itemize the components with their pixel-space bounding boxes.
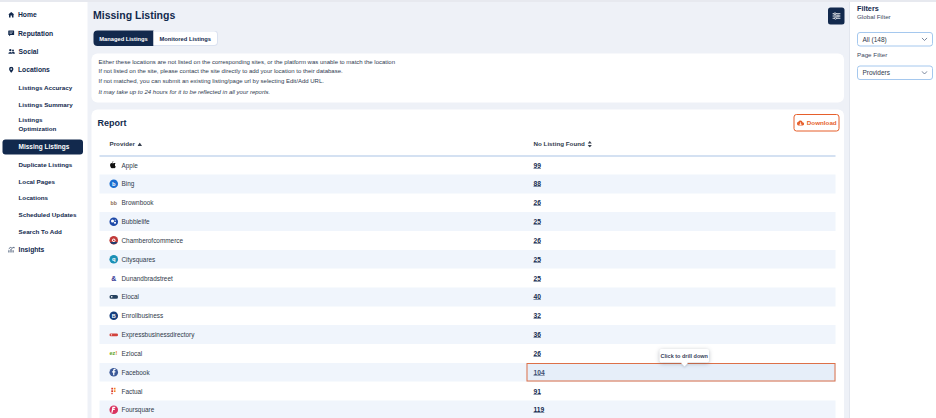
svg-text:bb: bb (111, 200, 117, 206)
svg-text:&: & (111, 275, 116, 282)
svg-text:b: b (112, 181, 116, 187)
svg-text:B: B (112, 313, 116, 319)
svg-text:!: ! (116, 351, 118, 357)
svg-text:q: q (112, 256, 116, 262)
